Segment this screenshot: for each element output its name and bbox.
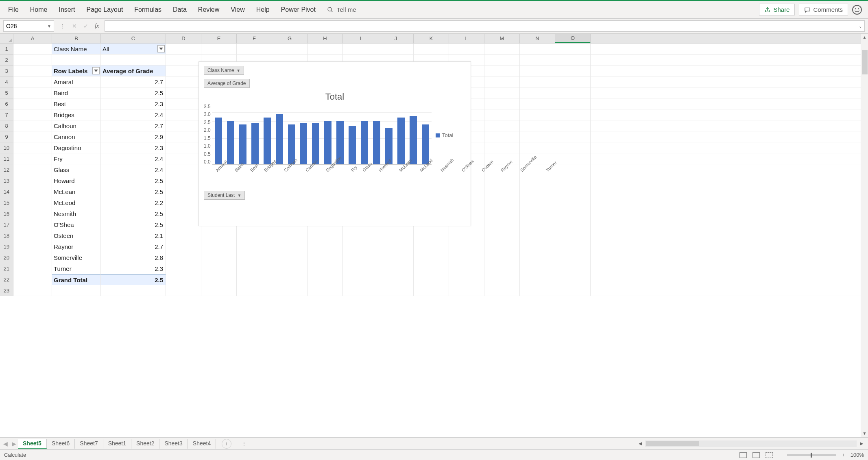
sheet-nav-prev-icon[interactable]: ◀ xyxy=(3,440,8,447)
cell-C17[interactable]: 2.5 xyxy=(101,219,166,230)
column-header-F[interactable]: F xyxy=(237,34,272,43)
column-header-D[interactable]: D xyxy=(166,34,201,43)
cell-N11[interactable] xyxy=(520,153,555,164)
cell-M10[interactable] xyxy=(484,142,520,153)
cell-N1[interactable] xyxy=(520,44,555,54)
formula-input[interactable]: ⌄ xyxy=(105,20,865,32)
cell-C8[interactable]: 2.7 xyxy=(101,120,166,131)
cell-O11[interactable] xyxy=(555,153,591,164)
cell-C23[interactable] xyxy=(101,285,166,296)
ribbon-tab-page-layout[interactable]: Page Layout xyxy=(86,6,123,13)
cell-M16[interactable] xyxy=(484,208,520,219)
cell-A16[interactable] xyxy=(13,208,52,219)
cell-B20[interactable]: Somerville xyxy=(52,252,101,263)
cell-G22[interactable] xyxy=(272,274,308,285)
cell-B21[interactable]: Turner xyxy=(52,263,101,274)
cell-M4[interactable] xyxy=(484,76,520,87)
cell-N21[interactable] xyxy=(520,263,555,274)
chart-value-field[interactable]: Average of Grade xyxy=(204,79,250,88)
chart-bar-O'Shea[interactable] xyxy=(373,121,380,164)
ribbon-tab-data[interactable]: Data xyxy=(173,6,187,13)
cell-C11[interactable]: 2.4 xyxy=(101,153,166,164)
cell-A1[interactable] xyxy=(13,44,52,54)
column-header-L[interactable]: L xyxy=(449,34,484,43)
cell-F23[interactable] xyxy=(237,285,272,296)
cell-E1[interactable] xyxy=(201,44,237,54)
cell-C13[interactable]: 2.5 xyxy=(101,175,166,186)
cell-B6[interactable]: Best xyxy=(52,98,101,109)
cell-C4[interactable]: 2.7 xyxy=(101,76,166,87)
normal-view-icon[interactable] xyxy=(739,452,747,458)
cell-A2[interactable] xyxy=(13,55,52,65)
row-header-6[interactable]: 6 xyxy=(0,98,13,109)
cell-J21[interactable] xyxy=(378,263,414,274)
cell-O12[interactable] xyxy=(555,164,591,175)
cell-N13[interactable] xyxy=(520,175,555,186)
column-header-N[interactable]: N xyxy=(520,34,555,43)
cell-C22[interactable]: 2.5 xyxy=(101,274,166,285)
cell-L20[interactable] xyxy=(449,252,484,263)
comments-button[interactable]: Comments xyxy=(799,4,848,15)
cell-B10[interactable]: Dagostino xyxy=(52,142,101,153)
chart-bar-Bridges[interactable] xyxy=(251,123,259,164)
cell-O6[interactable] xyxy=(555,98,591,109)
cell-M5[interactable] xyxy=(484,87,520,98)
cell-M1[interactable] xyxy=(484,44,520,54)
tab-splitter[interactable]: ⋮ xyxy=(241,440,247,447)
cell-N10[interactable] xyxy=(520,142,555,153)
column-header-C[interactable]: C xyxy=(101,34,166,43)
chart-bar-Cannon[interactable] xyxy=(276,114,283,164)
cell-K21[interactable] xyxy=(414,263,449,274)
cell-L1[interactable] xyxy=(449,44,484,54)
tell-me-search[interactable]: Tell me xyxy=(327,6,356,13)
cell-F19[interactable] xyxy=(237,241,272,252)
cell-K23[interactable] xyxy=(414,285,449,296)
ribbon-tab-file[interactable]: File xyxy=(8,6,19,13)
zoom-out-icon[interactable]: − xyxy=(779,452,782,458)
cell-B23[interactable] xyxy=(52,285,101,296)
sheet-tab-Sheet3[interactable]: Sheet3 xyxy=(159,439,188,449)
cell-N8[interactable] xyxy=(520,120,555,131)
cell-O15[interactable] xyxy=(555,197,591,208)
cell-O16[interactable] xyxy=(555,208,591,219)
cell-E20[interactable] xyxy=(201,252,237,263)
row-header-19[interactable]: 19 xyxy=(0,241,13,252)
chart-bar-Best[interactable] xyxy=(239,124,246,164)
cell-J1[interactable] xyxy=(378,44,414,54)
cell-C18[interactable]: 2.1 xyxy=(101,230,166,241)
row-header-23[interactable]: 23 xyxy=(0,285,13,296)
page-layout-view-icon[interactable] xyxy=(752,452,760,458)
row-header-9[interactable]: 9 xyxy=(0,131,13,142)
cell-A21[interactable] xyxy=(13,263,52,274)
cell-L18[interactable] xyxy=(449,230,484,241)
column-header-J[interactable]: J xyxy=(378,34,414,43)
cell-A6[interactable] xyxy=(13,98,52,109)
share-button[interactable]: Share xyxy=(759,4,795,15)
cell-O3[interactable] xyxy=(555,65,591,76)
cell-E19[interactable] xyxy=(201,241,237,252)
ribbon-tab-home[interactable]: Home xyxy=(30,6,48,13)
chart-bar-Somerville[interactable] xyxy=(410,116,417,164)
cell-O13[interactable] xyxy=(555,175,591,186)
cell-A9[interactable] xyxy=(13,131,52,142)
cell-N2[interactable] xyxy=(520,55,555,65)
cell-N18[interactable] xyxy=(520,230,555,241)
row-header-16[interactable]: 16 xyxy=(0,208,13,219)
cell-H1[interactable] xyxy=(308,44,343,54)
cell-E21[interactable] xyxy=(201,263,237,274)
cell-D16[interactable] xyxy=(166,208,201,219)
cell-G19[interactable] xyxy=(272,241,308,252)
sheet-tab-Sheet5[interactable]: Sheet5 xyxy=(18,439,47,449)
cell-N23[interactable] xyxy=(520,285,555,296)
cell-M13[interactable] xyxy=(484,175,520,186)
cell-K1[interactable] xyxy=(414,44,449,54)
cell-C5[interactable]: 2.5 xyxy=(101,87,166,98)
scroll-up-icon[interactable]: ▲ xyxy=(861,34,868,41)
cell-D18[interactable] xyxy=(166,230,201,241)
cell-N3[interactable] xyxy=(520,65,555,76)
cell-G20[interactable] xyxy=(272,252,308,263)
cell-B22[interactable]: Grand Total xyxy=(52,274,101,285)
feedback-smiley-icon[interactable] xyxy=(852,5,862,15)
cell-D14[interactable] xyxy=(166,186,201,197)
cell-B14[interactable]: McLean xyxy=(52,186,101,197)
